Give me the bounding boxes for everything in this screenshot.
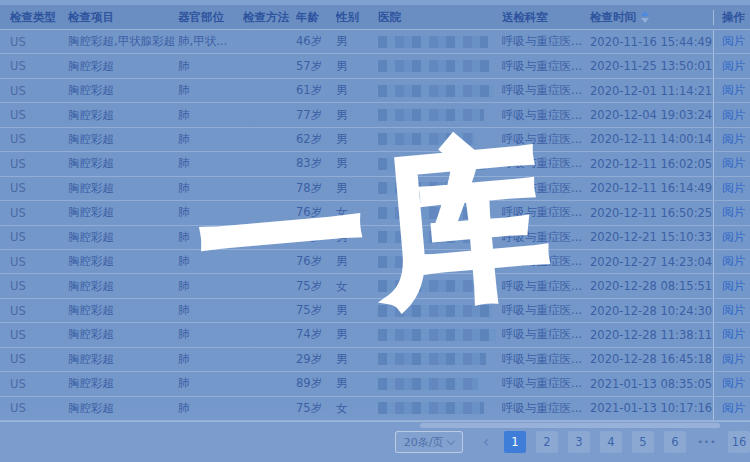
table-row[interactable]: US胸腔彩超肺83岁男呼吸与重症医...2020-12-11 16:02:05阅…	[0, 152, 750, 176]
method-cell	[243, 348, 296, 371]
table-row[interactable]: US胸腔彩超肺75岁女呼吸与重症医...2020-12-28 08:15:51阅…	[0, 274, 750, 298]
view-film-link[interactable]: 阅片	[722, 230, 745, 245]
gender-cell: 男	[336, 103, 378, 126]
hospital-redacted-block	[378, 207, 488, 219]
exam-item-cell: 胸腔彩超	[68, 372, 178, 395]
table-row[interactable]: US胸腔彩超肺77岁男呼吸与重症医...2020-12-04 19:03:24阅…	[0, 103, 750, 127]
action-cell: 阅片	[713, 250, 750, 273]
action-cell: 阅片	[713, 226, 750, 249]
action-cell: 阅片	[713, 397, 750, 420]
hospital-redacted-block	[378, 353, 486, 365]
view-film-link[interactable]: 阅片	[722, 303, 745, 318]
hospital-cell	[378, 226, 502, 249]
table-row[interactable]: US胸腔彩超肺76岁女呼吸与重症医...2020-12-11 16:50:25阅…	[0, 201, 750, 225]
action-cell: 阅片	[713, 79, 750, 102]
method-cell	[243, 152, 296, 175]
horizontal-scrollbar[interactable]	[420, 423, 720, 428]
organ-cell: 肺	[178, 177, 243, 200]
time-cell: 2020-12-11 16:14:49	[590, 177, 713, 200]
exam-item-cell: 胸腔彩超	[68, 348, 178, 371]
time-cell: 2020-12-01 11:14:21	[590, 79, 713, 102]
time-cell: 2020-12-28 11:38:11	[590, 323, 713, 346]
table-row[interactable]: US胸腔彩超,甲状腺彩超肺,甲状...46岁男呼吸与重症医...2020-11-…	[0, 30, 750, 54]
age-cell: 62岁	[296, 128, 336, 151]
view-film-link[interactable]: 阅片	[722, 205, 745, 220]
time-cell: 2020-12-28 08:15:51	[590, 274, 713, 297]
col-time-label: 检查时间	[590, 10, 636, 25]
method-cell	[243, 250, 296, 273]
table-row[interactable]: US胸腔彩超肺61岁男呼吸与重症医...2020-12-01 11:14:21阅…	[0, 79, 750, 103]
table-row[interactable]: US胸腔彩超肺62岁男呼吸与重症医...2020-12-11 14:00:14阅…	[0, 128, 750, 152]
view-film-link[interactable]: 阅片	[722, 352, 745, 367]
view-film-link[interactable]: 阅片	[722, 108, 745, 123]
page-size-select[interactable]: 20条/页	[395, 431, 463, 453]
page-button-2[interactable]: 2	[536, 431, 558, 453]
exam-type-cell: US	[10, 201, 68, 224]
col-organ: 器官部位	[178, 10, 243, 25]
time-cell: 2020-12-27 14:23:04	[590, 250, 713, 273]
age-cell: 66岁	[296, 226, 336, 249]
page-list: 123456•••16	[499, 431, 748, 453]
hospital-cell	[378, 128, 502, 151]
table-row[interactable]: US胸腔彩超肺76岁男呼吸与重症医...2020-12-27 14:23:04阅…	[0, 250, 750, 274]
page-button-6[interactable]: 6	[664, 431, 686, 453]
exam-type-cell: US	[10, 79, 68, 102]
table-row[interactable]: US胸腔彩超肺57岁男呼吸与重症医...2020-11-25 13:50:01阅…	[0, 54, 750, 78]
view-film-link[interactable]: 阅片	[722, 327, 745, 342]
organ-cell: 肺,甲状...	[178, 30, 243, 53]
action-cell: 阅片	[713, 128, 750, 151]
organ-cell: 肺	[178, 323, 243, 346]
dept-cell: 呼吸与重症医...	[502, 348, 590, 371]
page-button-5[interactable]: 5	[632, 431, 654, 453]
page-button-1[interactable]: 1	[504, 431, 526, 453]
table-row[interactable]: US胸腔彩超肺78岁男呼吸与重症医...2020-12-11 16:14:49阅…	[0, 177, 750, 201]
dept-cell: 呼吸与重症医...	[502, 128, 590, 151]
table-row[interactable]: US胸腔彩超肺75岁男呼吸与重症医...2020-12-28 10:24:30阅…	[0, 299, 750, 323]
view-film-link[interactable]: 阅片	[722, 59, 745, 74]
gender-cell: 男	[336, 128, 378, 151]
age-cell: 83岁	[296, 152, 336, 175]
view-film-link[interactable]: 阅片	[722, 376, 745, 391]
col-age: 年龄	[296, 10, 336, 25]
gender-cell: 男	[336, 152, 378, 175]
organ-cell: 肺	[178, 103, 243, 126]
page-ellipsis[interactable]: •••	[696, 431, 718, 453]
prev-page-button[interactable]: ‹	[477, 431, 495, 453]
view-film-link[interactable]: 阅片	[722, 181, 745, 196]
table-row[interactable]: US胸腔彩超肺66岁男呼吸与重症医...2020-12-21 15:10:33阅…	[0, 226, 750, 250]
view-film-link[interactable]: 阅片	[722, 254, 745, 269]
col-hospital: 医院	[378, 10, 502, 25]
table-row[interactable]: US胸腔彩超肺75岁女呼吸与重症医...2021-01-13 10:17:16阅…	[0, 397, 750, 421]
col-time-sortable[interactable]: 检查时间	[590, 10, 713, 25]
view-film-link[interactable]: 阅片	[722, 132, 745, 147]
gender-cell: 女	[336, 274, 378, 297]
table-row[interactable]: US胸腔彩超肺74岁男呼吸与重症医...2020-12-28 11:38:11阅…	[0, 323, 750, 347]
table-row[interactable]: US胸腔彩超肺29岁男呼吸与重症医...2020-12-28 16:45:18阅…	[0, 348, 750, 372]
hospital-cell	[378, 274, 502, 297]
page-button-4[interactable]: 4	[600, 431, 622, 453]
organ-cell: 肺	[178, 299, 243, 322]
method-cell	[243, 226, 296, 249]
hospital-cell	[378, 152, 502, 175]
page-button-3[interactable]: 3	[568, 431, 590, 453]
page-button-16[interactable]: 16	[728, 431, 750, 453]
hospital-redacted-block	[378, 158, 486, 170]
view-film-link[interactable]: 阅片	[722, 401, 745, 416]
view-film-link[interactable]: 阅片	[722, 279, 745, 294]
age-cell: 76岁	[296, 250, 336, 273]
action-cell: 阅片	[713, 30, 750, 53]
action-cell: 阅片	[713, 54, 750, 77]
exam-list-screen: 检查类型 检查项目 器官部位 检查方法 年龄 性别 医院 送检科室 检查时间 操…	[0, 0, 750, 462]
sort-caret-icon[interactable]	[641, 11, 649, 23]
dept-cell: 呼吸与重症医...	[502, 30, 590, 53]
exam-type-cell: US	[10, 54, 68, 77]
dept-cell: 呼吸与重症医...	[502, 299, 590, 322]
view-film-link[interactable]: 阅片	[722, 34, 745, 49]
view-film-link[interactable]: 阅片	[722, 156, 745, 171]
view-film-link[interactable]: 阅片	[722, 83, 745, 98]
organ-cell: 肺	[178, 348, 243, 371]
table-row[interactable]: US胸腔彩超肺89岁男呼吸与重症医...2021-01-13 08:35:05阅…	[0, 372, 750, 396]
method-cell	[243, 299, 296, 322]
time-cell: 2020-12-28 16:45:18	[590, 348, 713, 371]
gender-cell: 男	[336, 54, 378, 77]
